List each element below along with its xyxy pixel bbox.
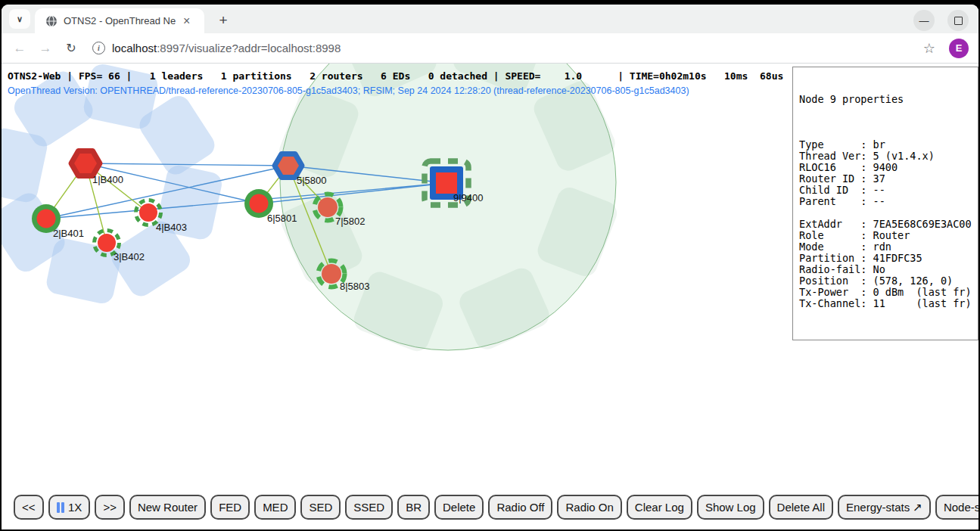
- back-icon[interactable]: ←: [12, 41, 27, 56]
- speed-down-button[interactable]: <<: [14, 495, 44, 520]
- page-info-icon[interactable]: i: [92, 42, 105, 54]
- minimize-button[interactable]: —: [913, 10, 935, 31]
- speed-up-button[interactable]: >>: [95, 495, 125, 520]
- tab-close-icon[interactable]: ×: [183, 15, 190, 27]
- property-line: ExtAddr : 7EA5E68C69E3AC00: [799, 219, 972, 230]
- node-label: 6|5801: [267, 213, 297, 224]
- maximize-button[interactable]: [947, 10, 969, 31]
- property-line: Tx-Power : 0 dBm (last fr): [799, 287, 972, 298]
- property-line: RLOC16 : 9400: [799, 162, 972, 173]
- globe-icon: [45, 15, 58, 27]
- url-bar-row: ← → ↻ i localhost:8997/visualize?addr=lo…: [2, 33, 978, 64]
- tab-otns2[interactable]: OTNS2 - OpenThread Ne ×: [35, 8, 204, 33]
- br-button[interactable]: BR: [397, 495, 430, 520]
- sed-button[interactable]: SED: [300, 495, 341, 520]
- property-line: [799, 207, 972, 219]
- url-path: :8997/visualize?addr=localhost:8998: [157, 42, 341, 54]
- node-1[interactable]: 1|B400: [71, 151, 123, 186]
- new-router-button[interactable]: New Router: [129, 495, 206, 520]
- url-host: localhost: [112, 42, 157, 54]
- property-line: Thread Ver: 5 (v1.4.x): [799, 151, 972, 162]
- property-line: Router ID : 37: [799, 173, 972, 185]
- maximize-icon: [954, 17, 963, 25]
- address-bar[interactable]: localhost:8997/visualize?addr=localhost:…: [112, 42, 923, 54]
- node-label: 9|9400: [453, 192, 484, 203]
- speed-label: 1X: [68, 501, 82, 514]
- profile-avatar[interactable]: E: [949, 39, 969, 58]
- simulation-status-line: OTNS2-Web | FPS= 66 | 1 leaders 1 partit…: [8, 70, 783, 82]
- forward-icon[interactable]: →: [38, 41, 53, 56]
- control-toolbar: << 1X >> New Router FED MED SED SSED BR …: [14, 495, 975, 520]
- node-properties-lines: Type : brThread Ver: 5 (v1.4.x)RLOC16 : …: [799, 128, 972, 309]
- pause-icon: [57, 502, 65, 513]
- tab-strip: ∨ OTNS2 - OpenThread Ne × + —: [2, 5, 978, 33]
- node-label: 4|B403: [156, 222, 187, 233]
- node-properties-panel: Node 9 properties Type : brThread Ver: 5…: [792, 67, 978, 340]
- med-button[interactable]: MED: [254, 495, 296, 520]
- fed-button[interactable]: FED: [210, 495, 250, 520]
- node-label: 8|5803: [340, 281, 370, 292]
- bookmark-star-icon[interactable]: ☆: [923, 40, 935, 57]
- property-line: Radio-fail: No: [799, 264, 972, 275]
- browser-window: ∨ OTNS2 - OpenThread Ne × + — ← → ↻ i lo…: [2, 5, 978, 529]
- node-label: 7|5802: [335, 216, 366, 227]
- property-line: Mode : rdn: [799, 241, 972, 253]
- node-properties-title: Node 9 properties: [799, 94, 972, 105]
- property-line: Child ID : --: [799, 185, 972, 196]
- tab-search-button[interactable]: ∨: [9, 9, 30, 29]
- property-line: [799, 128, 972, 139]
- delete-all-button[interactable]: Delete All: [769, 495, 833, 520]
- node-label: 5|5800: [297, 175, 327, 186]
- simulation-canvas[interactable]: 1|B4002|B4013|B4024|B4035|58006|58017|58…: [2, 64, 978, 529]
- property-line: Parent : --: [799, 196, 972, 207]
- node-label: 3|B402: [114, 251, 145, 262]
- radio-off-button[interactable]: Radio Off: [488, 495, 552, 520]
- property-line: Role : Router: [799, 230, 972, 241]
- property-line: Tx-Channel: 11 (last fr): [799, 298, 972, 309]
- property-line: Partition : 41FDFC35: [799, 253, 972, 264]
- energy-stats-button[interactable]: Energy-stats ↗: [838, 495, 931, 520]
- openthread-version-line: OpenThread Version: OPENTHREAD/thread-re…: [8, 85, 689, 96]
- property-line: Type : br: [799, 139, 972, 151]
- node-stats-button[interactable]: Node-stats ↗: [935, 495, 978, 520]
- radio-on-button[interactable]: Radio On: [557, 495, 621, 520]
- speed-pause-button[interactable]: 1X: [48, 495, 91, 520]
- chevron-down-icon: ∨: [17, 14, 23, 24]
- reload-icon[interactable]: ↻: [64, 41, 79, 55]
- minimize-icon: —: [919, 15, 929, 26]
- show-log-button[interactable]: Show Log: [697, 495, 764, 520]
- property-line: Position : (578, 126, 0): [799, 275, 972, 287]
- clear-log-button[interactable]: Clear Log: [627, 495, 692, 520]
- node-label: 2|B401: [53, 228, 84, 239]
- node-label: 1|B400: [92, 174, 123, 185]
- ssed-button[interactable]: SSED: [345, 495, 393, 520]
- tab-title: OTNS2 - OpenThread Ne: [64, 15, 179, 26]
- delete-button[interactable]: Delete: [434, 495, 484, 520]
- new-tab-button[interactable]: +: [213, 11, 233, 30]
